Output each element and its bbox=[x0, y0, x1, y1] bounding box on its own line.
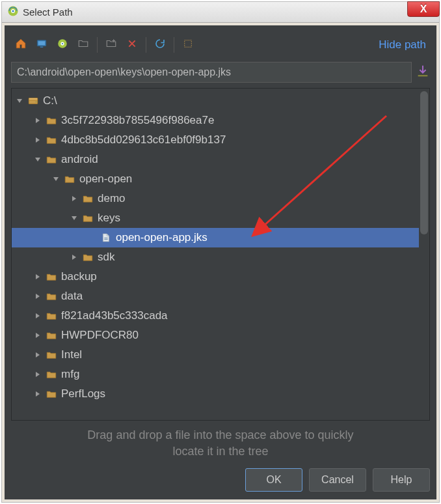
tree-item-label: PerfLogs bbox=[61, 387, 105, 400]
tree-row[interactable]: PerfLogs bbox=[12, 384, 419, 404]
tree-item-label: Intel bbox=[61, 348, 82, 361]
tree-item-label: open-open-app.jks bbox=[116, 231, 207, 244]
android-studio-icon bbox=[57, 38, 68, 52]
tree-row[interactable]: 4dbc8b5dd029613c61ebf0f9b137 bbox=[12, 130, 419, 150]
path-row bbox=[11, 62, 430, 83]
dialog-button-row: OK Cancel Help bbox=[11, 468, 430, 492]
tree-item-label: backup bbox=[61, 270, 97, 283]
expander-icon[interactable] bbox=[34, 390, 42, 398]
home-icon bbox=[15, 38, 27, 52]
tree-item-label: android bbox=[61, 153, 98, 166]
scrollbar[interactable] bbox=[420, 90, 428, 419]
separator bbox=[174, 37, 174, 53]
svg-point-8 bbox=[62, 43, 63, 44]
svg-rect-13 bbox=[104, 238, 107, 238]
svg-rect-9 bbox=[185, 40, 192, 48]
tree-row[interactable]: sdk bbox=[12, 247, 419, 267]
file-icon bbox=[100, 232, 112, 244]
tree-row[interactable]: android bbox=[12, 150, 419, 169]
close-button[interactable]: X bbox=[407, 1, 440, 17]
expander-icon[interactable] bbox=[16, 97, 23, 105]
expander-placeholder bbox=[88, 234, 96, 242]
show-hidden-button[interactable] bbox=[178, 35, 198, 55]
expander-icon[interactable] bbox=[34, 136, 42, 144]
expander-icon[interactable] bbox=[34, 331, 42, 339]
tree-item-label: 4dbc8b5dd029613c61ebf0f9b137 bbox=[61, 133, 226, 147]
folder-icon bbox=[46, 349, 57, 361]
folder-icon bbox=[46, 271, 57, 283]
expander-icon[interactable] bbox=[34, 292, 42, 300]
tree-row[interactable]: demo bbox=[12, 189, 419, 208]
separator bbox=[146, 37, 146, 53]
project-button[interactable] bbox=[53, 35, 72, 55]
svg-point-2 bbox=[12, 10, 14, 12]
tree-row[interactable]: Intel bbox=[12, 345, 419, 365]
folder-icon bbox=[46, 329, 57, 341]
titlebar: Select Path X bbox=[2, 2, 439, 23]
svg-point-12 bbox=[36, 102, 37, 103]
expander-icon[interactable] bbox=[34, 273, 42, 281]
expander-icon[interactable] bbox=[34, 156, 42, 163]
separator bbox=[97, 37, 98, 53]
folder-icon bbox=[46, 310, 57, 322]
tree-row[interactable]: open-open-app.jks bbox=[12, 228, 419, 247]
tree-item-label: 3c5f722938b7855496f986ea7e bbox=[61, 114, 214, 127]
dialog-title: Select Path bbox=[23, 7, 73, 18]
drag-drop-hint: Drag and drop a file into the space abov… bbox=[11, 427, 430, 459]
tree-item-label: sdk bbox=[98, 251, 114, 264]
folder-icon bbox=[46, 134, 57, 146]
folder-icon bbox=[82, 251, 94, 263]
show-hidden-icon bbox=[182, 38, 194, 52]
svg-rect-14 bbox=[104, 239, 107, 240]
folder-outline-icon bbox=[77, 38, 89, 52]
module-button[interactable] bbox=[74, 35, 93, 55]
refresh-button[interactable] bbox=[150, 35, 170, 55]
svg-rect-5 bbox=[40, 47, 44, 48]
delete-icon bbox=[127, 38, 137, 51]
tree-row[interactable]: HWPDFOCR80 bbox=[12, 326, 419, 345]
cancel-button[interactable]: Cancel bbox=[309, 468, 366, 492]
tree-row[interactable]: f821ad43b5c333cada bbox=[12, 306, 419, 326]
folder-icon bbox=[46, 154, 57, 165]
download-button[interactable] bbox=[416, 64, 430, 81]
tree-row[interactable]: open-open bbox=[12, 169, 419, 189]
tree-item-label: open-open bbox=[79, 173, 132, 186]
expander-icon[interactable] bbox=[34, 312, 42, 320]
delete-button[interactable] bbox=[122, 35, 142, 55]
dialog-body: Hide path C:\3c5f722938b7855496f986ea7e4… bbox=[5, 25, 436, 499]
ok-button[interactable]: OK bbox=[245, 468, 302, 492]
close-icon: X bbox=[420, 3, 427, 15]
folder-icon bbox=[46, 369, 57, 380]
expander-icon[interactable] bbox=[34, 371, 42, 378]
desktop-button[interactable] bbox=[32, 35, 51, 55]
home-button[interactable] bbox=[11, 35, 31, 55]
expander-icon[interactable] bbox=[70, 253, 78, 261]
drive-icon bbox=[27, 95, 39, 107]
new-folder-button[interactable] bbox=[101, 35, 121, 55]
dialog-toolbar: Hide path bbox=[11, 31, 430, 59]
path-input[interactable] bbox=[11, 62, 412, 83]
expander-icon[interactable] bbox=[70, 195, 78, 203]
folder-icon bbox=[46, 115, 57, 126]
folder-icon bbox=[46, 290, 57, 302]
folder-icon bbox=[64, 173, 75, 185]
tree-row[interactable]: mfg bbox=[12, 365, 419, 384]
tree-item-label: C:\ bbox=[43, 94, 57, 107]
download-icon bbox=[416, 69, 430, 80]
tree-row[interactable]: backup bbox=[12, 267, 419, 287]
tree-item-label: keys bbox=[98, 212, 120, 225]
tree-row[interactable]: data bbox=[12, 287, 419, 306]
file-tree: C:\3c5f722938b7855496f986ea7e4dbc8b5dd02… bbox=[11, 88, 430, 421]
tree-item-label: HWPDFOCR80 bbox=[61, 329, 139, 342]
hide-path-link[interactable]: Hide path bbox=[379, 38, 426, 51]
tree-row[interactable]: C:\ bbox=[12, 91, 419, 111]
expander-icon[interactable] bbox=[34, 351, 42, 359]
scrollbar-thumb[interactable] bbox=[420, 91, 428, 234]
expander-icon[interactable] bbox=[52, 175, 60, 183]
tree-row[interactable]: 3c5f722938b7855496f986ea7e bbox=[12, 111, 419, 130]
tree-row[interactable]: keys bbox=[12, 208, 419, 228]
expander-icon[interactable] bbox=[70, 214, 78, 222]
help-button[interactable]: Help bbox=[373, 468, 430, 492]
tree-viewport[interactable]: C:\3c5f722938b7855496f986ea7e4dbc8b5dd02… bbox=[12, 89, 419, 420]
expander-icon[interactable] bbox=[34, 117, 42, 124]
